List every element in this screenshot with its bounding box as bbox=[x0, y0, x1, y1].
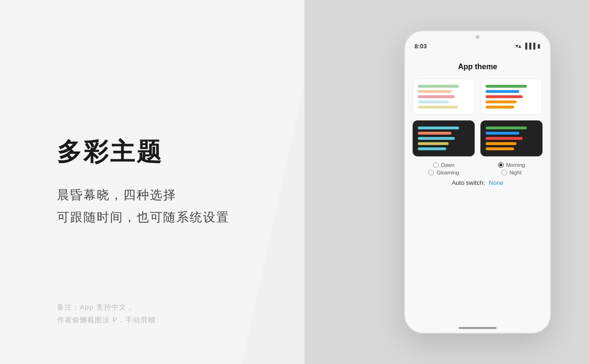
left-content-area: 多彩主题 晨昏幕晓，四种选择 可跟随时间，也可随系统设置 备注：App 支持中文… bbox=[0, 0, 313, 364]
morning-bar-4 bbox=[486, 100, 516, 103]
phone-time: 8:03 bbox=[414, 43, 427, 50]
theme-card-morning[interactable] bbox=[480, 79, 543, 115]
home-indicator bbox=[459, 327, 497, 329]
night-bar-4 bbox=[486, 142, 516, 145]
night-radio[interactable] bbox=[501, 170, 507, 175]
gloaming-bar-2 bbox=[418, 132, 451, 135]
night-bar-2 bbox=[486, 132, 519, 135]
gloaming-label-text: Gloaming bbox=[436, 170, 459, 175]
morning-bar-1 bbox=[486, 85, 527, 88]
gloaming-bar-5 bbox=[418, 147, 446, 150]
battery-icon: ▮ bbox=[537, 43, 541, 49]
main-title: 多彩主题 bbox=[57, 136, 313, 169]
night-bar-1 bbox=[486, 127, 527, 129]
morning-bar-2 bbox=[486, 90, 519, 93]
morning-radio[interactable] bbox=[498, 162, 504, 168]
morning-bar-5 bbox=[486, 106, 514, 109]
dawn-label-text: Dawn bbox=[441, 162, 454, 168]
night-bar-5 bbox=[486, 147, 514, 150]
night-bar-3 bbox=[486, 137, 523, 140]
subtitle: 晨昏幕晓，四种选择 可跟随时间，也可随系统设置 bbox=[57, 184, 313, 228]
night-label[interactable]: Night bbox=[480, 170, 543, 175]
night-label-text: Night bbox=[509, 170, 522, 175]
auto-switch-row: Auto switch: None bbox=[413, 179, 543, 186]
signal-icon: ▐▐▐ bbox=[523, 43, 535, 49]
theme-card-dawn[interactable] bbox=[413, 79, 475, 115]
dawn-label[interactable]: Dawn bbox=[413, 162, 475, 168]
subtitle-line2: 可跟随时间，也可随系统设置 bbox=[57, 206, 313, 228]
morning-label[interactable]: Morning bbox=[480, 162, 543, 168]
phone-body: 8:03 ▾▴ ▐▐▐ ▮ App theme bbox=[404, 30, 551, 334]
phone-status-icons: ▾▴ ▐▐▐ ▮ bbox=[515, 43, 541, 49]
dawn-bar-2 bbox=[418, 90, 451, 93]
screen-title: App theme bbox=[413, 63, 543, 71]
gloaming-bar-3 bbox=[418, 137, 455, 140]
note-line1: 备注：App 支持中文， bbox=[57, 300, 156, 313]
wifi-icon: ▾▴ bbox=[515, 43, 521, 49]
auto-switch-value[interactable]: None bbox=[489, 179, 504, 186]
gloaming-label[interactable]: Gloaming bbox=[413, 170, 475, 175]
dawn-bar-5 bbox=[418, 106, 458, 109]
dawn-radio[interactable] bbox=[433, 162, 439, 168]
gloaming-bar-1 bbox=[418, 127, 459, 129]
morning-bar-3 bbox=[486, 95, 523, 98]
theme-card-night[interactable] bbox=[480, 120, 543, 156]
dawn-bar-3 bbox=[418, 95, 455, 98]
auto-switch-label: Auto switch: bbox=[451, 179, 485, 186]
theme-label-row: Dawn Morning bbox=[413, 162, 543, 168]
morning-label-text: Morning bbox=[506, 162, 525, 168]
dawn-bar-4 bbox=[418, 100, 449, 103]
dawn-bar-1 bbox=[418, 85, 459, 88]
note: 备注：App 支持中文， 作者偷懒截图没 P，手动滑稽 bbox=[57, 300, 156, 326]
gloaming-radio[interactable] bbox=[428, 170, 434, 175]
note-line2: 作者偷懒截图没 P，手动滑稽 bbox=[57, 313, 156, 326]
theme-grid bbox=[413, 79, 543, 156]
phone-screen: App theme bbox=[405, 55, 550, 333]
gloaming-bar-4 bbox=[418, 142, 449, 145]
phone-mockup: 8:03 ▾▴ ▐▐▐ ▮ App theme bbox=[404, 30, 551, 334]
theme-label-row-2: Gloaming Night bbox=[413, 170, 543, 175]
theme-card-gloaming[interactable] bbox=[413, 120, 475, 156]
phone-status-bar: 8:03 ▾▴ ▐▐▐ ▮ bbox=[405, 31, 550, 55]
subtitle-line1: 晨昏幕晓，四种选择 bbox=[57, 184, 313, 206]
